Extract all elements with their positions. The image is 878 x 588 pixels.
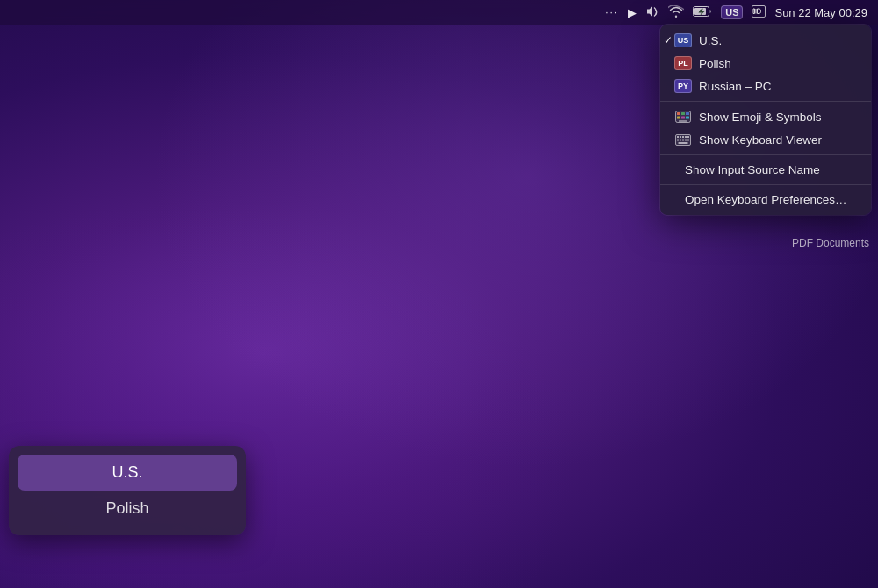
pl-lang-badge: PL: [674, 56, 692, 70]
keyboard-viewer-label: Show Keyboard Viewer: [699, 133, 822, 147]
open-prefs-label: Open Keyboard Preferences…: [685, 193, 847, 206]
menu-item-show-input-name[interactable]: Show Input Source Name: [660, 159, 871, 181]
svg-rect-5: [681, 112, 685, 115]
svg-rect-16: [687, 136, 689, 138]
svg-rect-8: [681, 117, 685, 119]
play-icon[interactable]: ▶: [628, 6, 637, 19]
keyboard-viewer-icon: [674, 133, 692, 147]
wifi-icon[interactable]: [668, 5, 684, 20]
us-badge-icon: US: [674, 33, 692, 47]
menu-item-polish[interactable]: PL Polish: [660, 52, 871, 75]
menu-item-russian[interactable]: PY Russian – PC: [660, 75, 871, 97]
russian-label: Russian – PC: [699, 80, 772, 93]
ru-lang-badge: PY: [674, 79, 692, 93]
pl-badge-icon: PL: [674, 56, 692, 70]
show-input-name-label: Show Input Source Name: [685, 163, 820, 176]
menu-item-us[interactable]: US U.S.: [660, 29, 871, 52]
svg-rect-20: [685, 139, 687, 140]
switcher-item-polish[interactable]: Polish: [18, 491, 237, 527]
divider-2: [660, 154, 871, 155]
divider-3: [660, 184, 871, 185]
menu-item-keyboard[interactable]: Show Keyboard Viewer: [660, 128, 871, 151]
emoji-symbols-icon: [674, 110, 692, 124]
ru-badge-icon: PY: [674, 79, 692, 93]
pdf-documents-text: PDF Documents: [792, 237, 869, 249]
dots-icon[interactable]: ···: [605, 6, 619, 18]
svg-rect-17: [677, 139, 679, 140]
svg-rect-7: [677, 117, 680, 119]
svg-rect-14: [682, 136, 684, 138]
svg-rect-18: [680, 139, 681, 140]
svg-rect-9: [686, 117, 689, 119]
svg-rect-4: [677, 112, 680, 115]
polish-label: Polish: [699, 57, 731, 70]
input-switcher: U.S. Polish: [9, 446, 246, 535]
us-label: U.S.: [699, 34, 722, 47]
emoji-label: Show Emoji & Symbols: [699, 111, 822, 124]
us-lang-badge: US: [674, 33, 692, 47]
menubar-right: ··· ▶: [605, 5, 867, 20]
divider-1: [660, 101, 871, 102]
svg-rect-6: [686, 112, 689, 115]
dropdown-menu: US U.S. PL Polish PY Russian – PC: [660, 25, 871, 215]
switcher-item-us[interactable]: U.S.: [18, 455, 237, 491]
svg-rect-22: [679, 142, 688, 144]
volume-icon[interactable]: [645, 5, 659, 20]
battery-icon[interactable]: [693, 6, 712, 19]
svg-rect-12: [677, 136, 679, 138]
svg-rect-19: [682, 139, 684, 140]
svg-rect-15: [685, 136, 687, 138]
svg-rect-10: [679, 120, 687, 122]
input-source-icon[interactable]: US: [721, 5, 743, 19]
menubar-time: Sun 22 May 00:29: [774, 6, 867, 19]
svg-rect-21: [687, 139, 689, 140]
hd-icon[interactable]: [752, 5, 766, 20]
desktop: ··· ▶: [0, 0, 878, 588]
svg-rect-2: [752, 5, 766, 17]
svg-rect-13: [680, 136, 681, 138]
menu-item-emoji[interactable]: Show Emoji & Symbols: [660, 105, 871, 128]
menu-item-open-prefs[interactable]: Open Keyboard Preferences…: [660, 189, 871, 211]
menubar: ··· ▶: [0, 0, 878, 25]
